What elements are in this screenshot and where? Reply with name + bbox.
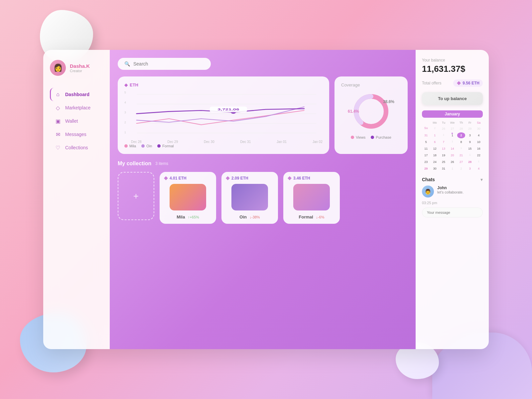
cal-day[interactable]: 28 — [466, 159, 474, 165]
cal-day[interactable]: 28 — [457, 126, 465, 132]
nft-image-mila — [170, 184, 206, 210]
calendar-section: January Mo Tu We Th Fr Sa Su 2 26 27 28 … — [422, 110, 483, 172]
cal-day[interactable]: 25 — [440, 159, 448, 165]
cal-day[interactable]: 1 — [448, 166, 456, 172]
cal-day[interactable]: 3 — [466, 166, 474, 172]
cal-day[interactable]: 26 — [448, 159, 456, 165]
cal-day[interactable]: 10 — [475, 139, 483, 145]
cal-day[interactable]: 29 — [422, 166, 430, 172]
cal-tu-header: Tu — [440, 120, 448, 125]
nft-card-oin[interactable]: 2.09 ETH Oin ↓-38% — [221, 172, 278, 224]
message-input[interactable] — [422, 207, 483, 217]
legend-oin: Oin — [141, 144, 152, 148]
cal-day[interactable]: 11 — [422, 146, 430, 152]
cal-sa-header: Sa — [475, 120, 483, 125]
add-item-button[interactable]: + — [118, 172, 154, 220]
top-up-button[interactable]: To up balance — [422, 92, 483, 105]
cal-day[interactable]: 27 — [457, 159, 465, 165]
cal-day[interactable]: 1 — [448, 132, 456, 138]
cal-day[interactable]: 31 — [422, 132, 430, 138]
right-panel: Your balance 11,631.37$ Total offers 9.5… — [416, 50, 489, 349]
coverage-legend: Views Purchase — [341, 135, 401, 139]
cal-day[interactable]: 3 — [466, 132, 474, 138]
charts-row: ◈ ETH 5 4 3 2 1 — [118, 76, 408, 154]
cal-day[interactable]: 20 — [448, 152, 456, 158]
search-input[interactable] — [133, 61, 204, 66]
search-bar[interactable]: 🔍 — [118, 58, 211, 70]
cal-day[interactable]: 4 — [475, 132, 483, 138]
nft-image-oin — [231, 184, 268, 210]
nft-card-mila[interactable]: 4.01 ETH Mila ↑+65% — [160, 172, 216, 224]
sidebar-item-label: Marketplace — [65, 105, 90, 110]
cal-day[interactable]: 8 — [457, 139, 465, 145]
donut-chart: 61.4% 38.6% — [351, 91, 391, 131]
cal-day[interactable]: 21 — [457, 152, 465, 158]
cal-day[interactable]: 18 — [431, 152, 439, 158]
nav-menu: ⌂ Dashboard ◇ Marketplace ▣ Wallet ✉ Mes… — [50, 88, 103, 154]
cal-week-num: 1 — [457, 146, 465, 152]
cal-day[interactable]: 29 — [466, 126, 474, 132]
formal-dot — [157, 144, 161, 148]
cal-day[interactable]: 14 — [448, 146, 456, 152]
sidebar-item-label: Messages — [65, 132, 86, 137]
sidebar-item-collections[interactable]: ♡ Collections — [50, 141, 103, 154]
cal-day[interactable]: 6 — [431, 139, 439, 145]
add-icon: + — [133, 192, 139, 201]
chat-message-john: let's collaborate. — [437, 190, 464, 194]
chart-x-labels: Dec 28 Dec 29 Dec 30 Dec 31 Jan 01 Jan 0… — [124, 140, 323, 144]
nft-image-formal — [293, 184, 330, 210]
views-dot — [351, 136, 354, 139]
sidebar-item-wallet[interactable]: ▣ Wallet — [50, 114, 103, 128]
eth-chart-svg: 3,721.06 — [124, 91, 323, 137]
eth-badge: 9.56 ETH — [453, 79, 483, 87]
cal-day[interactable]: 17 — [422, 152, 430, 158]
cal-today[interactable]: 2 — [457, 132, 465, 138]
chats-toggle[interactable]: ▾ — [480, 177, 483, 182]
collection-items: + 4.01 ETH Mila ↑+65% — [118, 172, 408, 224]
cal-day[interactable]: 27 — [448, 126, 456, 132]
cal-day[interactable]: 2 — [457, 166, 465, 172]
cal-day[interactable]: 15 — [466, 146, 474, 152]
cal-day[interactable]: 26 — [440, 126, 448, 132]
sidebar-item-marketplace[interactable]: ◇ Marketplace — [50, 101, 103, 114]
chat-avatar-john: 👨 — [422, 186, 434, 198]
cal-day[interactable]: 7 — [440, 139, 448, 145]
cal-day[interactable]: 12 — [431, 146, 439, 152]
cal-week-num: 1 — [466, 152, 474, 158]
calendar-month: January — [422, 110, 483, 118]
nft-card-formal[interactable]: 3.46 ETH Formal ↓-6% — [283, 172, 340, 224]
cal-we-header: We — [448, 120, 456, 125]
cal-day[interactable]: 30 — [431, 166, 439, 172]
sidebar-item-dashboard[interactable]: ⌂ Dashboard — [50, 88, 103, 101]
cal-day[interactable]: 16 — [475, 146, 483, 152]
nft-price-formal: 3.46 ETH — [287, 176, 310, 181]
cal-week-num: 1 — [440, 132, 448, 138]
cal-day[interactable]: 5 — [422, 139, 430, 145]
cal-day[interactable]: 9 — [466, 139, 474, 145]
legend-mila: Mila — [124, 144, 136, 148]
cal-day[interactable]: 22 — [475, 152, 483, 158]
cal-day[interactable]: 23 — [422, 159, 430, 165]
cal-day[interactable]: 19 — [440, 152, 448, 158]
cal-th-header: Th — [457, 120, 465, 125]
chat-time: 03:25 pm — [422, 201, 483, 205]
cal-day[interactable]: 13 — [440, 146, 448, 152]
wallet-icon: ▣ — [55, 118, 61, 124]
search-icon: 🔍 — [124, 61, 130, 66]
cal-day[interactable]: 30 — [475, 126, 483, 132]
nft-price-oin: 2.09 ETH — [225, 176, 248, 181]
sidebar-item-label: Collections — [65, 145, 88, 150]
cal-day[interactable]: 24 — [431, 159, 439, 165]
collection-title: My collection — [118, 161, 151, 167]
views-percent: 61.4% — [348, 109, 359, 114]
profile-section: 👩 Dasha.K Creator — [50, 60, 103, 76]
cal-day[interactable]: 1 — [431, 132, 439, 138]
sidebar-item-messages[interactable]: ✉ Messages — [50, 128, 103, 141]
chart-legend: Mila Oin Formal — [124, 144, 323, 148]
cal-day[interactable]: 31 — [440, 166, 448, 172]
collections-icon: ♡ — [55, 144, 61, 151]
sidebar-item-label: Wallet — [65, 118, 78, 124]
chat-content-john: John let's collaborate. — [437, 186, 464, 194]
eth-icon-badge — [457, 81, 461, 85]
cal-day[interactable]: 4 — [475, 166, 483, 172]
